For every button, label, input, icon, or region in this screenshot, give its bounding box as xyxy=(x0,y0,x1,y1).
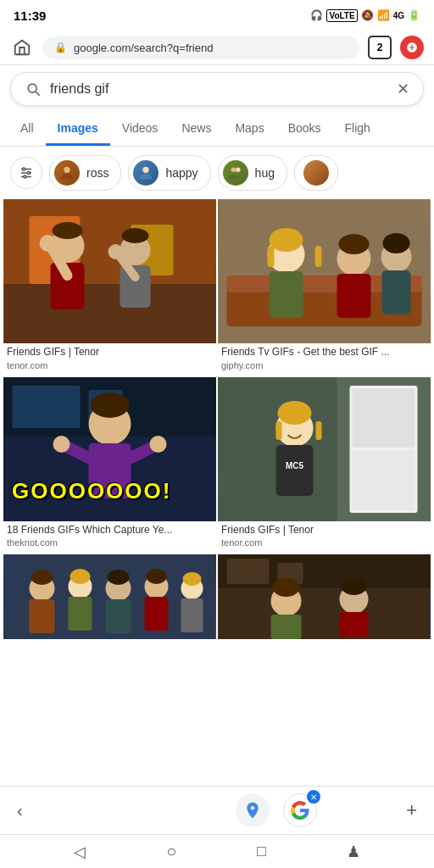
browser-controls: ‹ xyxy=(0,787,434,835)
search-icon xyxy=(25,81,42,97)
tab-videos[interactable]: Videos xyxy=(110,113,170,146)
svg-point-88 xyxy=(342,578,367,595)
maps-icon-wrapper[interactable] xyxy=(236,793,270,827)
battery-icon: 🔋 xyxy=(408,9,420,21)
svg-rect-28 xyxy=(270,271,303,318)
svg-point-8 xyxy=(231,168,236,173)
svg-rect-80 xyxy=(227,559,270,584)
scene-svg-1 xyxy=(3,199,216,343)
svg-point-68 xyxy=(70,569,91,584)
svg-point-22 xyxy=(53,222,83,239)
person-icon2 xyxy=(136,164,155,182)
chip-avatar-last xyxy=(303,160,329,186)
chip-avatar-happy xyxy=(133,160,159,186)
svg-point-34 xyxy=(339,234,370,254)
svg-rect-31 xyxy=(315,246,322,267)
google-app-wrapper[interactable]: ✕ xyxy=(283,793,317,827)
svg-rect-11 xyxy=(4,284,216,343)
grid-item-6[interactable] xyxy=(218,554,431,639)
image-title-3: 18 Friends GIFs Which Capture Ye... xyxy=(3,521,216,537)
android-back-button[interactable]: ◁ xyxy=(74,843,86,861)
url-text: google.com/search?q=friend xyxy=(74,42,348,54)
android-home-button[interactable]: ○ xyxy=(166,842,176,861)
android-nav: ◁ ○ □ ♟ xyxy=(0,835,434,868)
tab-flights[interactable]: Fligh xyxy=(333,113,382,146)
tab-news[interactable]: News xyxy=(170,113,223,146)
svg-rect-84 xyxy=(271,615,302,639)
svg-point-7 xyxy=(143,167,149,173)
grid-item-1[interactable]: Friends GIFs | Tenor tenor.com xyxy=(3,199,216,376)
svg-point-17 xyxy=(40,235,57,252)
status-bar: 11:39 🎧 VoLTE 🔕 📶 4G 🔋 xyxy=(0,0,434,31)
browser-back-button[interactable]: ‹ xyxy=(17,801,23,821)
status-time: 11:39 xyxy=(14,8,46,23)
svg-point-71 xyxy=(108,570,130,585)
maps-icon xyxy=(243,801,262,820)
status-icons: 🎧 VoLTE 🔕 📶 4G 🔋 xyxy=(310,9,420,22)
svg-point-48 xyxy=(53,436,70,453)
volte-badge: VoLTE xyxy=(326,9,357,22)
svg-rect-64 xyxy=(30,599,55,633)
grid-item-3[interactable]: GOOOOOOO! 18 Friends GIFs Which Capture … xyxy=(3,377,216,554)
scene-svg-4: MC5 xyxy=(218,377,431,521)
headset-icon: 🎧 xyxy=(310,9,323,21)
filter-chip-more[interactable] xyxy=(294,155,338,191)
tab-all[interactable]: All xyxy=(8,113,46,146)
search-bar[interactable]: ✕ xyxy=(10,72,424,106)
svg-rect-41 xyxy=(13,386,81,428)
filter-icon-button[interactable] xyxy=(10,157,42,189)
grid-item-2[interactable]: Friends Tv GIFs - Get the best GIF ... g… xyxy=(218,199,431,376)
tab-count-badge[interactable]: 2 xyxy=(368,36,392,59)
svg-rect-61 xyxy=(316,421,322,440)
browser-action-button[interactable] xyxy=(400,36,424,59)
chip-label-happy: happy xyxy=(165,166,198,180)
chip-avatar-ross xyxy=(54,160,80,186)
add-tab-button[interactable]: + xyxy=(406,799,417,821)
grid-item-4[interactable]: MC5 Friends GIFs | Tenor tenor.com xyxy=(218,377,431,554)
image-title-1: Friends GIFs | Tenor xyxy=(3,343,216,359)
filter-chip-hug[interactable]: hug xyxy=(218,155,287,191)
tab-images[interactable]: Images xyxy=(46,113,110,146)
close-badge[interactable]: ✕ xyxy=(307,790,320,804)
4g-icon: 4G xyxy=(393,11,404,20)
svg-rect-70 xyxy=(106,599,131,633)
image-source-3: theknot.com xyxy=(3,537,216,553)
svg-point-5 xyxy=(24,175,26,178)
svg-rect-55 xyxy=(353,450,415,510)
search-tabs: All Images Videos News Maps Books Fligh xyxy=(0,113,434,147)
svg-point-3 xyxy=(23,168,25,170)
svg-rect-36 xyxy=(382,270,411,314)
chip-avatar-hug xyxy=(223,160,248,186)
image-title-2: Friends Tv GIFs - Get the best GIF ... xyxy=(218,343,431,359)
svg-point-49 xyxy=(150,436,167,453)
home-button[interactable] xyxy=(10,36,34,59)
url-bar[interactable]: 🔒 google.com/search?q=friend xyxy=(42,36,359,59)
scene-svg-2 xyxy=(218,199,431,343)
svg-rect-76 xyxy=(181,598,203,632)
grid-item-5[interactable] xyxy=(3,554,216,639)
android-recents-button[interactable]: □ xyxy=(257,843,266,860)
chip-label-hug: hug xyxy=(255,166,275,180)
svg-rect-60 xyxy=(276,421,282,440)
filter-chip-happy[interactable]: happy xyxy=(128,155,210,191)
svg-point-45 xyxy=(91,392,130,418)
people-icon xyxy=(226,164,245,182)
svg-rect-82 xyxy=(354,559,422,584)
svg-point-37 xyxy=(383,233,410,253)
image-6 xyxy=(218,554,431,639)
tab-maps[interactable]: Maps xyxy=(223,113,275,146)
image-4: MC5 xyxy=(218,377,431,521)
android-user-button[interactable]: ♟ xyxy=(347,843,360,861)
tab-books[interactable]: Books xyxy=(276,113,333,146)
svg-rect-30 xyxy=(268,246,275,267)
clear-search-icon[interactable]: ✕ xyxy=(397,80,409,98)
gif-overlay-text: GOOOOOOO! xyxy=(12,478,171,504)
svg-rect-67 xyxy=(69,597,92,631)
svg-rect-33 xyxy=(337,274,371,318)
svg-point-29 xyxy=(270,228,303,252)
image-source-4: tenor.com xyxy=(218,537,431,553)
search-input[interactable] xyxy=(50,81,388,97)
filter-chip-ross[interactable]: ross xyxy=(49,155,121,191)
image-title-4: Friends GIFs | Tenor xyxy=(218,521,431,537)
mute-icon: 🔕 xyxy=(361,9,374,21)
